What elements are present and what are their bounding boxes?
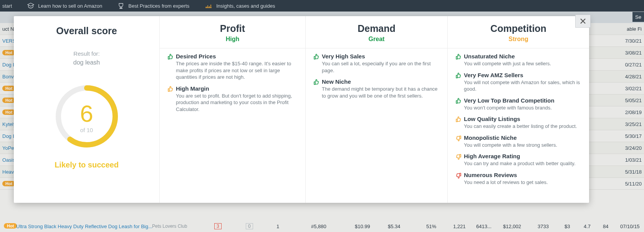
thumb-up-icon — [167, 54, 174, 60]
section-title: Profit — [160, 23, 305, 34]
factor-title: Monopolistic Niche — [464, 134, 581, 141]
insights-icon — [205, 2, 212, 9]
thumb-down-icon — [455, 135, 462, 141]
cell: $5.34 — [388, 224, 401, 229]
factor-desc: You won't compete with famous brands. — [464, 104, 581, 111]
factor-title: Very High Sales — [322, 53, 440, 60]
factor-item: Low Quality ListingsYou can easily creat… — [455, 116, 581, 130]
overall-title: Overall score — [14, 25, 159, 36]
factor-item: Very Low Top Brand CompetitionYou won't … — [455, 97, 581, 111]
graduation-icon — [27, 2, 34, 9]
nav-item-label: Best Practices from experts — [128, 3, 189, 9]
factor-desc: You need a lot of reviews to get sales. — [464, 179, 581, 186]
factor-item: Very High SalesYou can sell a lot, espec… — [313, 53, 440, 74]
factor-desc: The demand might be temporary but it has… — [322, 86, 440, 99]
factor-item: Numerous ReviewsYou need a lot of review… — [455, 172, 581, 186]
competition-column: CompetitionStrongUnsaturated NicheYou wi… — [448, 16, 589, 203]
nav-item-best[interactable]: Best Practices from experts — [118, 2, 189, 9]
score-of: of 10 — [54, 127, 119, 133]
factor-title: Unsaturated Niche — [464, 53, 581, 60]
section-subtitle: High — [160, 36, 305, 43]
thumb-down-icon — [455, 172, 462, 179]
factor-desc: The prices are inside the $15-40 range. … — [176, 60, 298, 81]
product-name-link[interactable]: Ultra Strong Black Heavy Duty Reflective… — [16, 224, 152, 229]
nav-item-label: Insights, cases and guides — [216, 3, 275, 9]
cell: 51% — [426, 224, 436, 229]
section-subtitle: Strong — [448, 36, 589, 43]
hot-badge: Hot — [4, 223, 17, 229]
score-number: 6 — [54, 100, 119, 127]
thumb-up-icon — [313, 79, 320, 85]
thumb-up-icon — [455, 54, 462, 60]
factor-item: High MarginYou are set to profit. But do… — [167, 85, 298, 113]
factor-title: Desired Prices — [176, 53, 298, 60]
factor-desc: You can sell a lot, especially if you ar… — [322, 60, 440, 74]
factor-title: Very Low Top Brand Competition — [464, 97, 581, 104]
nav-item-label: Learn how to sell on Amazon — [38, 3, 102, 9]
factor-title: Very Few AMZ Sellers — [464, 72, 581, 78]
cell: 3733 — [538, 224, 549, 229]
factor-title: High Margin — [176, 85, 298, 92]
overall-keyword: dog leash — [14, 59, 159, 66]
brand-label: Pets Lovers Club — [152, 224, 187, 229]
badge-red: 3 — [214, 223, 222, 229]
score-ring: 6 of 10 — [54, 84, 119, 149]
factor-item: Unsaturated NicheYou will compete with j… — [455, 53, 581, 67]
factor-item: Very Few AMZ SellersYou will not compete… — [455, 72, 581, 93]
factor-desc: You are set to profit. But don't forget … — [176, 93, 298, 113]
demand-column: DemandGreatVery High SalesYou can sell a… — [306, 16, 448, 203]
cell: #5,880 — [311, 224, 326, 229]
factor-item: High Average RatingYou can try and make … — [455, 153, 581, 167]
table-row[interactable]: Hot Ultra Strong Black Heavy Duty Reflec… — [0, 220, 644, 232]
thumb-up-icon — [167, 86, 174, 92]
section-subtitle: Great — [306, 36, 447, 43]
factor-title: Numerous Reviews — [464, 172, 581, 178]
factor-title: Low Quality Listings — [464, 116, 581, 122]
overall-column: Overall score Result for: dog leash 6 of… — [14, 16, 160, 203]
factor-title: High Average Rating — [464, 153, 581, 159]
trophy-icon — [118, 2, 124, 9]
nav-start-stub: start — [2, 3, 12, 9]
cell: 1,221 — [453, 224, 466, 229]
cell: $10.99 — [355, 224, 370, 229]
factor-item: Monopolistic NicheYou will compete with … — [455, 134, 581, 149]
thumb-down-icon — [455, 154, 462, 160]
cell: 1 — [276, 224, 279, 229]
factor-desc: You will compete with a few strong selle… — [464, 142, 581, 149]
cell: 6413... — [476, 224, 492, 229]
score-modal: Overall score Result for: dog leash 6 of… — [14, 16, 589, 203]
overall-result-label: Result for: — [14, 50, 159, 57]
factor-item: Desired PricesThe prices are inside the … — [167, 53, 298, 81]
nav-item-insights[interactable]: Insights, cases and guides — [205, 2, 275, 9]
cell: $3 — [565, 224, 570, 229]
top-navbar: start Learn how to sell on Amazon Best P… — [0, 0, 644, 12]
factor-desc: You will compete with just a few sellers… — [464, 60, 581, 67]
thumb-up-icon — [455, 116, 462, 123]
badge-gray: 0 — [246, 223, 253, 229]
profit-column: ProfitHighDesired PricesThe prices are i… — [160, 16, 306, 203]
nav-item-learn[interactable]: Learn how to sell on Amazon — [27, 2, 102, 9]
verdict-label: Likely to succeed — [14, 161, 159, 169]
section-title: Demand — [306, 23, 447, 34]
factor-desc: You can easily create a better listing o… — [464, 123, 581, 130]
factor-item: New NicheThe demand might be temporary b… — [313, 78, 440, 99]
factor-desc: You will not compete with Amazon for sal… — [464, 79, 581, 93]
thumb-up-icon — [455, 98, 462, 104]
factor-desc: You can try and make a product with bett… — [464, 160, 581, 167]
factor-title: New Niche — [322, 78, 440, 85]
thumb-up-icon — [455, 73, 462, 79]
cell: 4.7 — [584, 224, 591, 229]
cell: 07/10/15 — [620, 224, 640, 229]
thumb-up-icon — [313, 54, 320, 60]
cell: $12,002 — [503, 224, 521, 229]
cell: 84 — [603, 224, 608, 229]
section-title: Competition — [448, 23, 589, 34]
